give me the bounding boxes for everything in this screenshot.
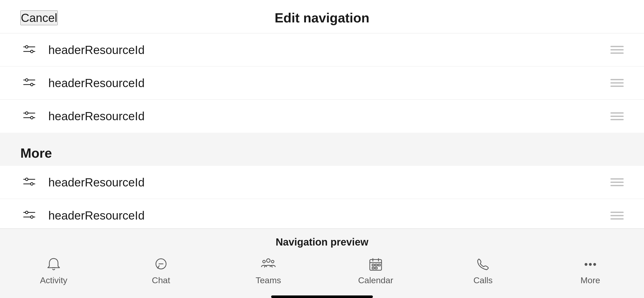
svg-point-24 bbox=[263, 260, 265, 263]
svg-point-9 bbox=[25, 112, 28, 114]
svg-point-36 bbox=[589, 263, 591, 265]
nav-item-teams[interactable]: Teams bbox=[243, 255, 294, 285]
item-label-4: headerResourceId bbox=[48, 175, 608, 189]
page-header: Cancel Edit navigation bbox=[0, 0, 644, 33]
svg-point-13 bbox=[25, 178, 28, 181]
list-item[interactable]: headerResourceId bbox=[0, 33, 644, 66]
item-label-3: headerResourceId bbox=[48, 109, 608, 123]
svg-rect-33 bbox=[372, 267, 374, 269]
nav-preview-container: Navigation preview Activity bbox=[0, 228, 644, 298]
drag-handle-3[interactable] bbox=[608, 110, 624, 123]
svg-rect-32 bbox=[378, 264, 380, 266]
nav-preview-label: Navigation preview bbox=[0, 229, 644, 253]
svg-point-35 bbox=[585, 263, 587, 265]
teams-icon bbox=[259, 255, 277, 273]
calendar-icon bbox=[367, 255, 385, 273]
more-section: headerResourceId headerResourceId bbox=[0, 166, 644, 228]
nav-item-chat[interactable]: Chat bbox=[136, 255, 186, 285]
chat-icon bbox=[152, 255, 170, 273]
svg-point-11 bbox=[31, 116, 33, 119]
nav-item-calendar-label: Calendar bbox=[358, 275, 393, 285]
nav-list-area: headerResourceId headerResourceId bbox=[0, 33, 644, 228]
bell-icon bbox=[45, 255, 63, 273]
list-item[interactable]: headerResourceId bbox=[0, 166, 644, 199]
list-item[interactable]: headerResourceId bbox=[0, 100, 644, 133]
phone-icon bbox=[474, 255, 492, 273]
drag-handle-4[interactable] bbox=[608, 176, 624, 189]
svg-point-7 bbox=[31, 83, 33, 86]
svg-point-5 bbox=[25, 79, 28, 81]
more-section-title: More bbox=[20, 146, 52, 160]
top-section: headerResourceId headerResourceId bbox=[0, 33, 644, 133]
home-indicator bbox=[271, 295, 373, 298]
page-title: Edit navigation bbox=[275, 10, 370, 25]
settings-sliders-icon bbox=[20, 176, 38, 189]
svg-rect-31 bbox=[375, 264, 377, 266]
nav-item-chat-label: Chat bbox=[152, 275, 170, 285]
nav-item-activity-label: Activity bbox=[40, 275, 67, 285]
nav-item-calendar[interactable]: Calendar bbox=[350, 255, 401, 285]
list-item[interactable]: headerResourceId bbox=[0, 199, 644, 228]
nav-bar: Activity Chat bbox=[0, 253, 644, 293]
settings-sliders-icon bbox=[20, 44, 38, 56]
cancel-button[interactable]: Cancel bbox=[20, 10, 58, 25]
settings-sliders-icon bbox=[20, 209, 38, 222]
list-item[interactable]: headerResourceId bbox=[0, 66, 644, 100]
svg-point-3 bbox=[31, 50, 33, 53]
item-label-1: headerResourceId bbox=[48, 43, 608, 57]
svg-point-19 bbox=[31, 216, 33, 218]
drag-handle-2[interactable] bbox=[608, 77, 624, 89]
nav-item-activity[interactable]: Activity bbox=[28, 255, 79, 285]
more-section-header: More bbox=[0, 133, 644, 166]
svg-point-1 bbox=[25, 46, 28, 48]
svg-point-37 bbox=[594, 263, 596, 265]
drag-handle-5[interactable] bbox=[608, 209, 624, 222]
svg-point-25 bbox=[271, 260, 274, 263]
svg-point-17 bbox=[25, 211, 28, 214]
more-dots-icon bbox=[581, 255, 599, 273]
settings-sliders-icon bbox=[20, 110, 38, 123]
nav-item-calls[interactable]: Calls bbox=[458, 255, 508, 285]
nav-item-more[interactable]: More bbox=[565, 255, 616, 285]
svg-rect-30 bbox=[372, 264, 374, 266]
drag-handle-1[interactable] bbox=[608, 44, 624, 56]
settings-sliders-icon bbox=[20, 77, 38, 89]
svg-rect-34 bbox=[375, 267, 377, 269]
nav-item-teams-label: Teams bbox=[256, 275, 281, 285]
svg-point-23 bbox=[267, 259, 270, 262]
item-label-2: headerResourceId bbox=[48, 76, 608, 90]
item-label-5: headerResourceId bbox=[48, 209, 608, 222]
nav-item-calls-label: Calls bbox=[473, 275, 493, 285]
svg-point-15 bbox=[31, 183, 33, 185]
nav-item-more-label: More bbox=[580, 275, 600, 285]
